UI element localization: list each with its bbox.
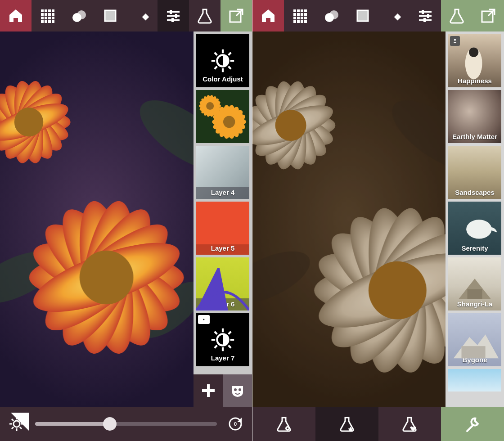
diamond-icon[interactable]: [378, 0, 410, 32]
content-row-right: Happiness Earthly Matter Sandscapes Sere…: [252, 32, 504, 407]
top-toolbar-right: [252, 0, 504, 32]
preset-label: Sandscapes: [448, 189, 501, 199]
preset-earthly-matter[interactable]: Earthly Matter: [448, 90, 501, 143]
preset-happiness[interactable]: Happiness: [448, 34, 501, 87]
home-button[interactable]: [252, 0, 284, 32]
layer-6[interactable]: Layer 6: [196, 257, 249, 310]
presets-panel: Happiness Earthly Matter Sandscapes Sere…: [446, 32, 504, 407]
layer-label: Layer 4: [196, 187, 249, 199]
layer-label: Layer 7: [196, 354, 249, 364]
svg-rect-66: [467, 289, 482, 299]
sliders-tab[interactable]: [158, 0, 189, 32]
svg-rect-67: [462, 346, 486, 358]
layers-footer: [194, 374, 252, 407]
colorblend-icon[interactable]: [63, 0, 94, 32]
eye-icon: [198, 315, 210, 324]
diamond-icon[interactable]: [126, 0, 158, 32]
layer-label: Layer 5: [196, 244, 249, 255]
svg-point-64: [469, 48, 478, 57]
layer-5[interactable]: Layer 5: [196, 202, 249, 255]
brightness-icon[interactable]: [6, 414, 27, 434]
share-button[interactable]: [472, 0, 504, 32]
top-toolbar-left: [0, 0, 252, 32]
grid-icon[interactable]: [32, 0, 63, 32]
color-adjust-label: Color Adjust: [196, 75, 249, 86]
svg-point-65: [466, 220, 492, 238]
colorblend-icon[interactable]: [315, 0, 347, 32]
canvas-right[interactable]: [252, 32, 446, 407]
reset-badge: 0: [234, 421, 237, 427]
layer-normal[interactable]: Normal: [196, 90, 249, 143]
svg-rect-62: [252, 32, 446, 407]
frame-icon[interactable]: [347, 0, 378, 32]
flask-tab[interactable]: [441, 0, 472, 32]
canvas-left[interactable]: [0, 32, 194, 407]
wrench-tab[interactable]: [441, 407, 504, 441]
color-adjust-thumb[interactable]: Color Adjust: [196, 34, 249, 87]
preset-bygone[interactable]: Bygone: [448, 313, 501, 366]
bottom-tabs-right: [252, 407, 504, 441]
sliders-tab[interactable]: [410, 0, 441, 32]
bottom-bar-left: 0: [0, 407, 252, 441]
preset-serenity[interactable]: Serenity: [448, 202, 501, 255]
layer-4[interactable]: Layer 4: [196, 146, 249, 199]
preset-sandscapes[interactable]: Sandscapes: [448, 146, 501, 199]
flask-star-tab[interactable]: [315, 407, 378, 441]
preset-label: Earthly Matter: [448, 133, 501, 143]
mask-button[interactable]: [223, 374, 252, 407]
brightness-slider[interactable]: [35, 422, 217, 426]
flask-tab[interactable]: [189, 0, 220, 32]
add-layer-button[interactable]: [194, 374, 223, 407]
frame-icon[interactable]: [94, 0, 126, 32]
layers-panel: Color Adjust Normal Layer 4 Layer 5: [194, 32, 252, 407]
share-button[interactable]: [220, 0, 252, 32]
right-pane: Happiness Earthly Matter Sandscapes Sere…: [252, 0, 504, 441]
layer-7[interactable]: Layer 7: [196, 313, 249, 366]
grid-icon[interactable]: [284, 0, 315, 32]
content-row-left: Color Adjust Normal Layer 4 Layer 5: [0, 32, 252, 407]
home-button[interactable]: [0, 0, 32, 32]
preset-shangri-la[interactable]: Shangri-La: [448, 257, 501, 310]
flask-gear-tab[interactable]: [252, 407, 315, 441]
left-pane: Color Adjust Normal Layer 4 Layer 5: [0, 0, 252, 441]
flask-heart-tab[interactable]: [378, 407, 441, 441]
reset-button[interactable]: 0: [225, 414, 246, 434]
preset-extra[interactable]: [448, 369, 501, 392]
